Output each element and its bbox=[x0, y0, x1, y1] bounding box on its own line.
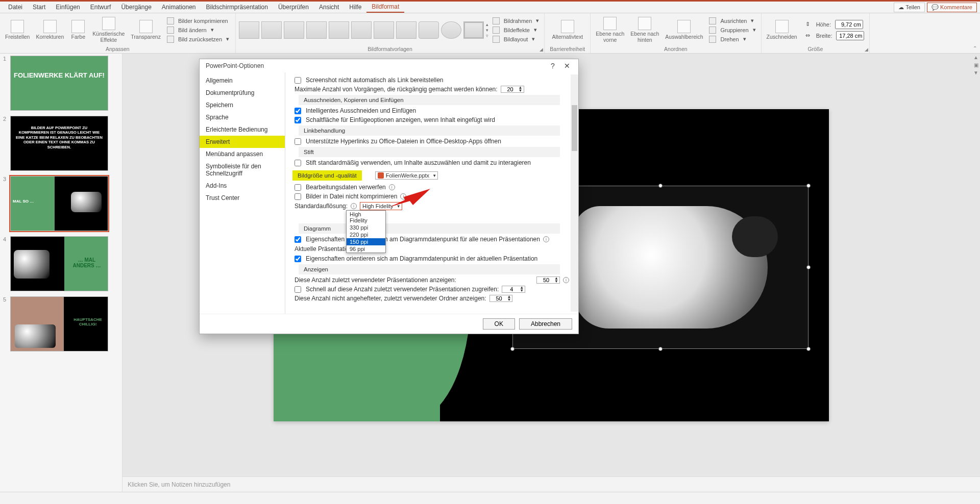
tab-hilfe[interactable]: Hilfe bbox=[344, 2, 366, 12]
reset-picture-button[interactable]: Bild zurücksetzen ▾ bbox=[165, 35, 232, 43]
style-thumb[interactable] bbox=[463, 21, 484, 39]
slide-panel[interactable]: 1 FOLIENWERKE KLÄRT AUF! 2 BILDER AUF PO… bbox=[0, 54, 122, 492]
alt-text-button[interactable]: Alternativtext bbox=[550, 19, 585, 41]
tab-bildschirmpraesentation[interactable]: Bildschirmpräsentation bbox=[201, 2, 273, 12]
tab-einfuegen[interactable]: Einfügen bbox=[51, 2, 85, 12]
nav-speichern[interactable]: Speichern bbox=[200, 99, 285, 111]
color-button[interactable]: Farbe bbox=[68, 19, 88, 41]
content-scrollbar[interactable] bbox=[571, 74, 578, 312]
style-thumb[interactable] bbox=[419, 21, 439, 39]
close-button[interactable]: ✕ bbox=[560, 62, 574, 70]
info-icon[interactable]: i bbox=[351, 203, 357, 209]
comments-button[interactable]: 💬 Kommentare bbox=[927, 3, 977, 12]
opt-smart-cut[interactable]: Intelligentes Ausschneiden und Einfügen bbox=[292, 106, 569, 115]
nav-dokumentpruefung[interactable]: Dokumentprüfung bbox=[200, 87, 285, 99]
collapse-ribbon-button[interactable]: ⌃ bbox=[973, 45, 977, 51]
tab-ansicht[interactable]: Ansicht bbox=[314, 2, 344, 12]
tab-bildformat[interactable]: Bildformat bbox=[366, 2, 404, 13]
slide-thumb-3[interactable]: 3 MAL SO … bbox=[3, 176, 119, 231]
ok-button[interactable]: OK bbox=[483, 318, 515, 330]
corrections-button[interactable]: Korrekturen bbox=[34, 19, 66, 41]
opt-quick-recent[interactable]: Schnell auf diese Anzahl zuletzt verwend… bbox=[292, 285, 569, 294]
undo-input[interactable]: ▲▼ bbox=[501, 86, 524, 93]
scroll-thumb[interactable] bbox=[572, 105, 577, 151]
rotate-button[interactable]: Drehen ▾ bbox=[707, 35, 757, 43]
opt-pen-default[interactable]: Stift standardmäßig verwenden, um Inhalt… bbox=[292, 158, 569, 167]
opt-discard-edit[interactable]: Bearbeitungsdaten verwerfen i bbox=[292, 183, 569, 192]
nav-trustcenter[interactable]: Trust Center bbox=[200, 192, 285, 204]
compress-pictures-button[interactable]: Bilder komprimieren bbox=[165, 17, 232, 25]
group-button[interactable]: Gruppieren ▾ bbox=[707, 26, 757, 34]
dialog-titlebar[interactable]: PowerPoint-Optionen ? ✕ bbox=[200, 59, 578, 72]
send-backward-button[interactable]: Ebene nach hinten bbox=[628, 16, 661, 43]
opt-screenshot-link[interactable]: Screenshot nicht automatisch als Link be… bbox=[292, 75, 569, 85]
opt-no-compress[interactable]: Bilder in Datei nicht komprimieren i bbox=[292, 192, 569, 201]
tab-animationen[interactable]: Animationen bbox=[157, 2, 201, 12]
share-button[interactable]: ☁ Teilen bbox=[894, 3, 925, 12]
selection-pane-button[interactable]: Auswahlbereich bbox=[663, 19, 705, 41]
opt-diag-this[interactable]: Eigenschaften orientieren sich am Diagra… bbox=[292, 254, 569, 263]
transparency-button[interactable]: Transparenz bbox=[129, 19, 163, 41]
nav-symbolleiste[interactable]: Symbolleiste für den Schnellzugriff bbox=[200, 160, 285, 180]
style-thumb[interactable] bbox=[284, 21, 304, 39]
info-icon[interactable]: i bbox=[563, 277, 569, 283]
tab-ueberpruefen[interactable]: Überprüfen bbox=[273, 2, 314, 12]
style-thumb[interactable] bbox=[374, 21, 394, 39]
quick-recent-input[interactable]: ▲▼ bbox=[502, 286, 525, 293]
info-icon[interactable]: i bbox=[543, 236, 549, 242]
width-input[interactable] bbox=[836, 31, 864, 40]
style-thumb[interactable] bbox=[351, 21, 372, 39]
picture-effects-button[interactable]: Bildeffekte ▾ bbox=[491, 26, 542, 34]
style-thumb[interactable] bbox=[239, 21, 259, 39]
opt-office-links[interactable]: Unterstützte Hyperlinks zu Office-Dateie… bbox=[292, 137, 569, 146]
size-launcher[interactable]: ◢ bbox=[865, 47, 868, 52]
tab-datei[interactable]: Datei bbox=[3, 2, 28, 12]
nav-sprache[interactable]: Sprache bbox=[200, 111, 285, 123]
recent-pres-input[interactable]: ▲▼ bbox=[536, 276, 560, 284]
res-opt-96[interactable]: 96 ppi bbox=[347, 245, 385, 253]
slide-thumb-4[interactable]: 4 … MAL ANDERS … bbox=[3, 236, 119, 291]
width-field[interactable]: ⇔Breite: bbox=[801, 31, 867, 41]
res-opt-hifi[interactable]: High Fidelity bbox=[347, 211, 385, 224]
slide-thumb-5[interactable]: 5 HAUPTSACHE CHILLIG! bbox=[3, 296, 119, 351]
tab-start[interactable]: Start bbox=[28, 2, 51, 12]
res-opt-150[interactable]: 150 ppi bbox=[347, 238, 385, 245]
nav-allgemein[interactable]: Allgemein bbox=[200, 74, 285, 87]
picture-styles-gallery[interactable]: ▴▾▿ bbox=[239, 21, 488, 39]
align-button[interactable]: Ausrichten ▾ bbox=[707, 17, 757, 25]
tab-uebergaenge[interactable]: Übergänge bbox=[116, 2, 156, 12]
tab-entwurf[interactable]: Entwurf bbox=[85, 2, 116, 12]
crop-button[interactable]: Zuschneiden bbox=[765, 19, 799, 41]
res-opt-220[interactable]: 220 ppi bbox=[347, 231, 385, 238]
nav-addins[interactable]: Add-Ins bbox=[200, 180, 285, 192]
nav-erweitert[interactable]: Erweitert bbox=[200, 136, 285, 148]
notes-pane[interactable]: Klicken Sie, um Notizen hinzuzufügen bbox=[122, 476, 980, 492]
style-thumb[interactable] bbox=[261, 21, 282, 39]
style-thumb[interactable] bbox=[306, 21, 327, 39]
style-thumb[interactable] bbox=[441, 21, 461, 39]
artistic-effects-button[interactable]: Künstlerische Effekte bbox=[90, 16, 127, 43]
remove-background-button[interactable]: Freistellen bbox=[3, 19, 32, 41]
recent-folders-input[interactable]: ▲▼ bbox=[489, 295, 513, 302]
bring-forward-button[interactable]: Ebene nach vorne bbox=[594, 16, 626, 43]
res-opt-330[interactable]: 330 ppi bbox=[347, 224, 385, 231]
cancel-button[interactable]: Abbrechen bbox=[519, 318, 572, 330]
slide-thumb-1[interactable]: 1 FOLIENWERKE KLÄRT AUF! bbox=[3, 56, 119, 111]
help-button[interactable]: ? bbox=[546, 62, 560, 70]
vertical-nav[interactable]: ▲▣▼ bbox=[973, 55, 979, 475]
image-quality-file-combo[interactable]: FolienWerke.pptx▼ bbox=[375, 171, 438, 180]
picture-layout-button[interactable]: Bildlayout ▾ bbox=[491, 35, 542, 43]
change-picture-button[interactable]: Bild ändern ▾ bbox=[165, 26, 232, 34]
nav-erleichterte[interactable]: Erleichterte Bedienung bbox=[200, 123, 285, 136]
nav-menueband[interactable]: Menüband anpassen bbox=[200, 148, 285, 160]
resolution-dropdown[interactable]: High Fidelity 330 ppi 220 ppi 150 ppi 96… bbox=[346, 210, 386, 253]
slide-thumb-2[interactable]: 2 BILDER AUF POWERPOINT ZU KOMPRIMIEREN … bbox=[3, 116, 119, 171]
height-input[interactable] bbox=[835, 20, 863, 29]
opt-diag-all[interactable]: Eigenschaften orientieren sich am Diagra… bbox=[292, 235, 569, 244]
style-thumb[interactable] bbox=[396, 21, 416, 39]
height-field[interactable]: ⇕Höhe: bbox=[801, 19, 867, 30]
picture-frame-button[interactable]: Bildrahmen ▾ bbox=[491, 17, 542, 25]
gallery-more-button[interactable]: ▴▾▿ bbox=[486, 22, 488, 38]
style-thumb[interactable] bbox=[329, 21, 349, 39]
styles-launcher[interactable]: ◢ bbox=[540, 47, 543, 52]
